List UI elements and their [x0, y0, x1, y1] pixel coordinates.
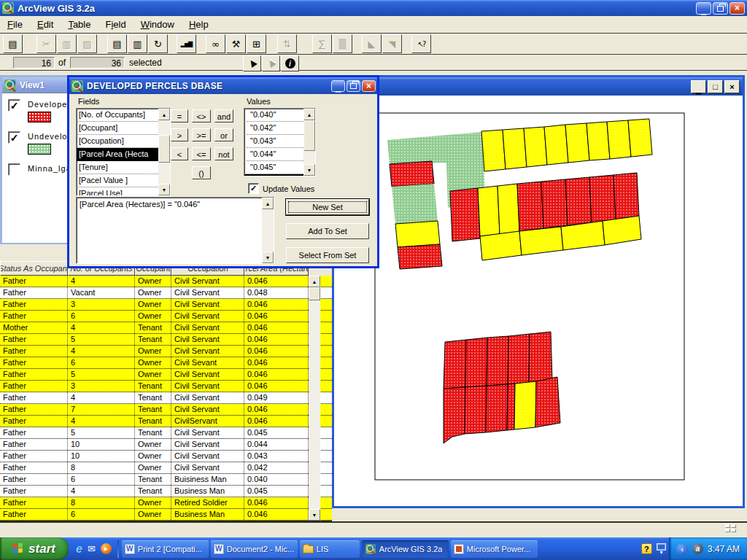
parcel-selected[interactable]: [565, 123, 589, 163]
parcel-selected[interactable]: [603, 216, 641, 245]
task-lis[interactable]: LIS: [300, 540, 360, 558]
query-scrollbar[interactable]: ▲ ▼: [262, 198, 274, 263]
values-scroll-down[interactable]: ▼: [303, 164, 315, 176]
table-row[interactable]: Father6OwnerCivil Sevant0.046: [0, 357, 332, 369]
map-maximize-button[interactable]: □: [708, 80, 723, 93]
parcel-selected[interactable]: [480, 231, 522, 260]
parcel-developed[interactable]: [541, 179, 568, 228]
select-from-set-button[interactable]: Select From Set: [286, 247, 369, 263]
parcel-selected[interactable]: [524, 127, 547, 167]
minimize-button[interactable]: ▁: [696, 2, 711, 15]
parcel-selected[interactable]: [607, 120, 631, 159]
menu-edit[interactable]: Edit: [30, 17, 61, 32]
find-button[interactable]: ∞: [206, 34, 225, 53]
query-builder-button[interactable]: ⚒: [226, 34, 246, 53]
parcel-developed[interactable]: [465, 386, 487, 434]
update-values-checkbox[interactable]: ✓: [248, 183, 259, 194]
hide-icons-button[interactable]: ‹: [676, 543, 688, 555]
menu-field[interactable]: Field: [98, 17, 133, 32]
chart-button[interactable]: ▂▅▇: [177, 34, 196, 53]
operator-<=-button[interactable]: <=: [192, 147, 211, 160]
add-to-set-button[interactable]: Add To Set: [286, 223, 369, 239]
close-button[interactable]: ×: [729, 2, 745, 15]
parcel-undeveloped[interactable]: [392, 184, 438, 224]
operator-()-button[interactable]: (): [192, 166, 211, 179]
menu-window[interactable]: Window: [133, 17, 182, 32]
operator-<-button[interactable]: <: [171, 147, 188, 160]
save-button[interactable]: ▤: [3, 34, 23, 53]
values-listbox[interactable]: "0.040""0.042""0.043""0.044""0.045""0.04…: [244, 108, 316, 176]
table-row[interactable]: Father7TenantCivil Servant0.046: [0, 404, 332, 416]
parcel-developed[interactable]: [444, 340, 466, 389]
operator-and-button[interactable]: and: [214, 109, 233, 122]
task-arcview-gis-3-2a[interactable]: ArcView GIS 3.2a: [362, 540, 449, 558]
scroll-thumb[interactable]: [309, 287, 320, 300]
query-scroll-down[interactable]: ▼: [262, 252, 274, 263]
parcel-selected[interactable]: [395, 221, 440, 247]
menu-help[interactable]: Help: [182, 17, 216, 32]
operator-or-button[interactable]: or: [214, 128, 233, 141]
values-scroll-thumb[interactable]: [303, 120, 315, 151]
open-table-button[interactable]: ▥: [128, 34, 147, 53]
map-minimize-button[interactable]: ▁: [691, 80, 706, 93]
map-canvas-area[interactable]: [334, 96, 743, 506]
operator-not-button[interactable]: not: [214, 147, 233, 160]
legend-checkbox[interactable]: ✓: [8, 131, 20, 144]
parcel-developed[interactable]: [508, 334, 530, 384]
dialog-minimize-button[interactable]: ▁: [331, 80, 345, 92]
legend-checkbox[interactable]: [8, 163, 20, 176]
parcel-selected[interactable]: [519, 227, 563, 255]
parcel-selected[interactable]: [628, 119, 652, 157]
table-row[interactable]: Father8OwnerRetired Soldier0.046: [0, 497, 332, 509]
fields-scroll-thumb[interactable]: [158, 135, 170, 163]
table-vertical-scrollbar[interactable]: ▲ ▼: [309, 276, 320, 521]
table-row[interactable]: Father3OwnerCivil Servant0.046: [0, 299, 332, 311]
fields-listbox[interactable]: [No. of Occupants][Occupant][Occupation]…: [76, 108, 171, 196]
antivirus-tray-icon[interactable]: a: [692, 543, 703, 554]
parcel-developed[interactable]: [390, 161, 434, 187]
dialog-close-button[interactable]: ×: [362, 80, 376, 92]
parcel-developed[interactable]: [487, 336, 508, 386]
menu-table[interactable]: Table: [61, 17, 98, 32]
parcel-selected[interactable]: [481, 130, 506, 171]
parcel-developed[interactable]: [450, 188, 480, 241]
internet-explorer-icon[interactable]: e: [76, 542, 82, 556]
table-row[interactable]: Father8OwnerCivil Servant0.042: [0, 462, 332, 474]
parcel-developed[interactable]: [465, 338, 487, 387]
field-item[interactable]: [Occupation]: [77, 135, 170, 148]
field-item[interactable]: [Tenure]: [77, 161, 170, 174]
parcel-developed[interactable]: [535, 377, 560, 427]
map-canvas[interactable]: [334, 96, 743, 506]
table-row[interactable]: Father5TenantCivil Servant0.045: [0, 427, 332, 439]
parcel-developed[interactable]: [529, 332, 552, 383]
resize-grip[interactable]: [725, 524, 738, 534]
task-print-2-compati[interactable]: WPrint 2 [Compati...: [122, 540, 209, 558]
task-document2-mic[interactable]: WDocument2 - Mic...: [211, 540, 298, 558]
parcel-selected[interactable]: [544, 125, 568, 165]
restore-button[interactable]: [713, 2, 728, 15]
task-microsoft-power[interactable]: Microsoft Power...: [451, 540, 538, 558]
query-scroll-up[interactable]: ▲: [262, 198, 274, 209]
fields-scrollbar[interactable]: ▲ ▼: [158, 109, 170, 195]
column-header[interactable]: Status As Occupant: [0, 261, 68, 276]
parcel-selected[interactable]: [514, 381, 536, 429]
map-window-titlebar[interactable]: ▁ □ ×: [334, 77, 743, 96]
field-item[interactable]: [Parcel Use]: [77, 187, 170, 196]
help-button[interactable]: ↖?: [411, 34, 431, 53]
refresh-button[interactable]: ↻: [148, 34, 168, 53]
operator->-button[interactable]: >: [171, 128, 188, 141]
table-row[interactable]: Father3TenantCivil Servant0.046: [0, 381, 332, 392]
field-item[interactable]: [Parcel Area (Hecta: [77, 148, 170, 161]
media-player-icon[interactable]: ▶: [101, 543, 112, 554]
parcel-selected[interactable]: [498, 184, 519, 234]
parcel-selected[interactable]: [503, 128, 527, 169]
help-tray-icon[interactable]: ?: [641, 543, 652, 554]
table-row[interactable]: Father4TenantBusiness Man0.045: [0, 486, 332, 497]
parcel-developed[interactable]: [517, 182, 543, 231]
parcel-developed[interactable]: [444, 387, 465, 443]
parcel-developed[interactable]: [507, 384, 515, 430]
new-set-button[interactable]: New Set: [286, 199, 369, 215]
table-row[interactable]: Father6TenantBuisiness Man0.040: [0, 474, 332, 486]
field-item[interactable]: [Pacel Value ]: [77, 174, 170, 187]
values-scroll-up[interactable]: ▲: [303, 109, 315, 120]
